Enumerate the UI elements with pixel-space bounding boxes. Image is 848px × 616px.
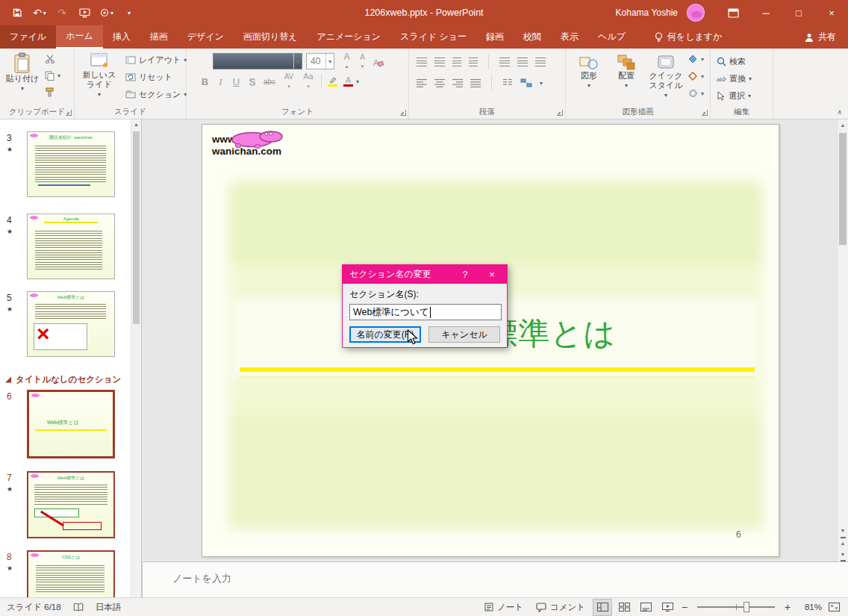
animation-star-icon[interactable]: ★ xyxy=(7,305,13,313)
thumbnail-scrollbar[interactable]: ▲ xyxy=(131,119,141,597)
shrink-font-button[interactable]: A▼ xyxy=(355,55,370,69)
ribbon-display-options-button[interactable] xyxy=(717,0,749,25)
layout-button[interactable]: レイアウト ▾ xyxy=(125,55,187,66)
customize-qat-button[interactable]: ▾ xyxy=(122,4,136,21)
justify-icon[interactable] xyxy=(470,78,481,87)
scrollbar-thumb[interactable] xyxy=(839,133,847,245)
comments-toggle-button[interactable]: コメント xyxy=(531,598,590,616)
zoom-in-button[interactable]: + xyxy=(782,601,793,613)
columns-icon[interactable] xyxy=(502,78,513,87)
spell-check-icon[interactable] xyxy=(73,603,84,612)
paste-button[interactable]: 貼り付け ▾ xyxy=(4,52,40,93)
dialog-help-button[interactable]: ? xyxy=(453,265,477,284)
normal-view-button[interactable] xyxy=(593,599,612,616)
reading-view-button[interactable] xyxy=(636,599,655,616)
notes-toggle-button[interactable]: ノート xyxy=(479,598,529,616)
strikethrough-button[interactable]: abc xyxy=(260,74,279,89)
clipboard-dialog-launcher[interactable] xyxy=(66,110,72,116)
arrange-button[interactable]: 配置 ▾ xyxy=(609,55,643,90)
reset-button[interactable]: リセット xyxy=(125,72,172,83)
numbering-icon[interactable] xyxy=(434,57,445,66)
font-color-button[interactable]: A xyxy=(340,74,356,89)
zoom-percentage[interactable]: 81% xyxy=(795,603,822,612)
section-header[interactable]: タイトルなしのセクション xyxy=(5,374,121,385)
bold-button[interactable]: B xyxy=(197,74,213,89)
save-button[interactable] xyxy=(10,4,24,21)
shape-effects-button[interactable]: ▾ xyxy=(688,89,704,98)
copy-button[interactable]: ▾ xyxy=(45,71,60,81)
character-spacing-button[interactable]: AV▾ xyxy=(279,74,299,89)
format-painter-button[interactable] xyxy=(45,87,54,97)
slide-thumbnail-3[interactable]: 購読者紹介: wanichan xyxy=(27,131,115,197)
font-name-combo[interactable]: ▾ xyxy=(213,53,302,69)
slide-thumbnail-4[interactable]: Agenda xyxy=(27,214,115,279)
tab-file[interactable]: ファイル xyxy=(0,25,56,49)
tab-slideshow[interactable]: スライド ショー xyxy=(390,25,476,49)
animation-star-icon[interactable]: ★ xyxy=(7,228,13,235)
section-name-input[interactable]: Web標準について xyxy=(349,304,502,320)
start-from-beginning-button[interactable] xyxy=(78,4,91,21)
collapse-ribbon-button[interactable]: ∧ xyxy=(837,108,842,116)
tab-view[interactable]: 表示 xyxy=(551,25,588,49)
shapes-button[interactable]: 図形 ▾ xyxy=(572,55,606,90)
tab-draw[interactable]: 描画 xyxy=(140,25,178,49)
select-button[interactable]: 選択 ▾ xyxy=(717,90,751,102)
paragraph-dialog-launcher[interactable] xyxy=(557,110,563,116)
underline-button[interactable]: U xyxy=(228,74,244,89)
cut-button[interactable] xyxy=(45,55,55,63)
tab-insert[interactable]: 挿入 xyxy=(103,25,140,49)
font-size-combo[interactable]: 40▾ xyxy=(306,53,334,69)
increase-indent-icon[interactable] xyxy=(469,57,478,66)
text-direction-icon[interactable] xyxy=(517,57,528,66)
animation-star-icon[interactable]: ★ xyxy=(7,146,13,153)
bullets-icon[interactable] xyxy=(417,57,427,66)
scroll-up-icon[interactable]: ▲ xyxy=(131,119,141,130)
zoom-out-button[interactable]: − xyxy=(679,601,690,613)
tab-review[interactable]: 校閲 xyxy=(514,25,551,49)
align-right-icon[interactable] xyxy=(452,78,463,87)
notes-pane[interactable]: ノートを入力 xyxy=(142,561,848,597)
tab-design[interactable]: デザイン xyxy=(178,25,234,49)
redo-button[interactable]: ↷ xyxy=(55,4,69,21)
slide-thumbnail-5[interactable]: Web標準とは × xyxy=(27,291,115,357)
align-left-icon[interactable] xyxy=(417,78,427,87)
tab-help[interactable]: ヘルプ xyxy=(588,25,635,49)
tab-home[interactable]: ホーム xyxy=(56,25,103,49)
touch-mouse-mode-button[interactable]: ▾ xyxy=(100,4,113,21)
slide-thumbnail-8[interactable]: CSSとは xyxy=(27,550,115,597)
slide-thumbnail-7[interactable]: Web標準とは xyxy=(27,471,115,538)
notes-placeholder[interactable]: ノートを入力 xyxy=(172,572,231,585)
highlight-color-button[interactable] xyxy=(325,74,340,89)
align-text-icon[interactable] xyxy=(535,57,546,66)
dialog-close-button[interactable]: × xyxy=(477,265,507,284)
slideshow-view-button[interactable] xyxy=(658,599,677,616)
shape-fill-button[interactable]: ▾ xyxy=(688,55,704,63)
share-button[interactable]: 共有 xyxy=(793,25,848,49)
italic-button[interactable]: I xyxy=(213,74,228,89)
tab-record[interactable]: 録画 xyxy=(476,25,514,49)
find-button[interactable]: 検索 xyxy=(717,56,746,67)
replace-button[interactable]: ab 置換 ▾ xyxy=(717,73,752,84)
maximize-button[interactable]: □ xyxy=(782,0,815,25)
section-expand-icon[interactable] xyxy=(5,377,11,383)
minimize-button[interactable]: ─ xyxy=(749,0,782,25)
next-slide-button[interactable]: ▼ xyxy=(838,550,848,561)
account-avatar[interactable] xyxy=(687,4,705,22)
drawing-dialog-launcher[interactable] xyxy=(702,110,708,116)
align-center-icon[interactable] xyxy=(434,78,445,87)
animation-star-icon[interactable]: ★ xyxy=(7,564,13,572)
tab-animations[interactable]: アニメーション xyxy=(307,25,390,49)
clear-formatting-button[interactable]: A xyxy=(370,55,386,69)
grow-font-button[interactable]: A▲ xyxy=(339,55,355,69)
quick-styles-button[interactable]: クイック スタイル ▾ xyxy=(646,55,685,100)
scroll-up-icon[interactable]: ▲ xyxy=(838,119,848,131)
text-shadow-button[interactable]: S xyxy=(244,74,260,89)
section-button[interactable]: セクション ▾ xyxy=(125,89,187,100)
slide-thumbnail-6[interactable]: Web標準とは xyxy=(27,390,115,458)
convert-to-smartart-icon[interactable] xyxy=(520,78,532,87)
shape-outline-button[interactable]: ▾ xyxy=(688,72,704,81)
fit-slide-to-window-button[interactable] xyxy=(824,599,844,616)
zoom-slider-thumb[interactable] xyxy=(743,602,749,612)
decrease-indent-icon[interactable] xyxy=(452,57,461,66)
input-language[interactable]: 日本語 xyxy=(96,602,122,613)
